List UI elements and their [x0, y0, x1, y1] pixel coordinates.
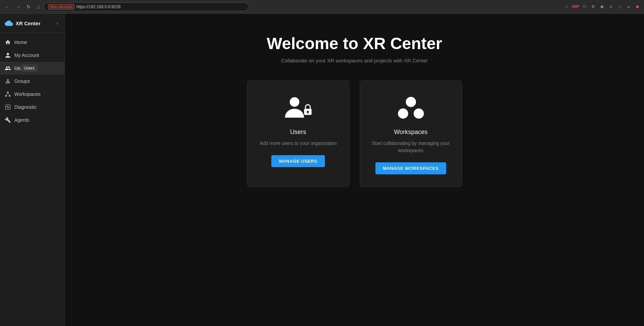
person-icon	[5, 52, 11, 58]
svg-point-10	[406, 97, 416, 107]
users-card-description: Add more users to your organization	[260, 140, 337, 147]
sidebar-title: XR Center	[16, 20, 41, 26]
sidebar: XR Center ‹ Home My Account	[0, 14, 65, 326]
browser-extensions: ☆ ABP 🛡 ⚙ ◉ # □ ≡ ●	[563, 3, 641, 11]
reload-button[interactable]: ↻	[25, 3, 33, 11]
workspaces-card: Workspaces Start collaborating by managi…	[360, 80, 462, 187]
browser-chrome: ← → ↻ ⌂ Non sécurisé https://192.168.0.6…	[0, 0, 644, 14]
svg-point-1	[5, 95, 7, 97]
ext-icon-5[interactable]: ≡	[625, 3, 632, 11]
insecure-badge: Non sécurisé	[48, 4, 74, 10]
shield-icon[interactable]: 🛡	[581, 3, 588, 11]
sidebar-nav: Home My Account Users Users	[0, 33, 65, 326]
url-text: https://192.168.0.6:9228	[76, 4, 120, 9]
sidebar-header: XR Center ‹	[0, 14, 65, 33]
ext-icon-2[interactable]: ◉	[598, 3, 606, 11]
sidebar-item-groups-label: Groups	[14, 78, 30, 84]
sidebar-item-users[interactable]: Users Users	[0, 62, 65, 75]
cards-container: Users Add more users to your organizatio…	[247, 80, 462, 187]
live-indicator: ●	[634, 3, 641, 11]
svg-point-0	[7, 92, 9, 93]
workspaces-card-title: Workspaces	[394, 129, 428, 136]
svg-point-6	[290, 97, 299, 107]
sidebar-item-home[interactable]: Home	[0, 36, 65, 49]
sidebar-item-users-label: Users	[14, 65, 27, 71]
sidebar-item-diagnostic-label: Diagnostic	[14, 104, 37, 110]
home-button[interactable]: ⌂	[35, 3, 42, 11]
users-icon	[5, 65, 11, 71]
sidebar-item-workspaces[interactable]: Workspaces	[0, 88, 65, 101]
sidebar-item-my-account-label: My Account	[14, 53, 39, 58]
back-button[interactable]: ←	[3, 3, 12, 11]
sidebar-item-home-label: Home	[14, 40, 27, 45]
users-card-icon	[283, 94, 314, 122]
ext-icon-3[interactable]: #	[607, 3, 615, 11]
address-bar[interactable]: Non sécurisé https://192.168.0.6:9228	[44, 2, 248, 11]
adblock-icon[interactable]: ABP	[572, 3, 579, 11]
sidebar-item-agents[interactable]: Agents	[0, 114, 65, 127]
welcome-subtitle: Collaborate on your XR workspaces and pr…	[281, 58, 428, 63]
sidebar-item-my-account[interactable]: My Account	[0, 49, 65, 62]
svg-point-2	[9, 95, 11, 97]
diagnostic-icon	[5, 104, 11, 110]
sidebar-collapse-button[interactable]: ‹	[55, 20, 60, 27]
svg-point-12	[414, 108, 424, 119]
workspaces-icon	[5, 91, 11, 97]
ext-icon-4[interactable]: □	[616, 3, 624, 11]
manage-users-button[interactable]: MANAGE USERS	[271, 155, 325, 167]
sidebar-item-agents-label: Agents	[14, 117, 29, 123]
sidebar-item-groups[interactable]: Groups	[0, 75, 65, 88]
forward-button[interactable]: →	[14, 3, 23, 11]
logo-icon	[5, 19, 13, 27]
home-icon	[5, 39, 11, 45]
sidebar-item-workspaces-label: Workspaces	[14, 91, 41, 97]
workspaces-card-icon	[396, 94, 426, 122]
app-layout: XR Center ‹ Home My Account	[0, 14, 644, 326]
users-card: Users Add more users to your organizatio…	[247, 80, 349, 187]
main-content: Welcome to XR Center Collaborate on your…	[65, 14, 644, 326]
svg-rect-9	[307, 112, 308, 114]
bookmark-icon[interactable]: ☆	[563, 3, 570, 11]
agents-icon	[5, 117, 11, 123]
svg-point-11	[398, 108, 408, 119]
sidebar-item-diagnostic[interactable]: Diagnostic	[0, 101, 65, 114]
users-card-title: Users	[290, 129, 306, 136]
groups-icon	[5, 78, 11, 84]
svg-line-4	[8, 93, 10, 95]
ext-icon-1[interactable]: ⚙	[589, 3, 597, 11]
workspaces-card-description: Start collaborating by managing your wor…	[370, 140, 452, 154]
welcome-title: Welcome to XR Center	[267, 34, 442, 53]
sidebar-logo: XR Center	[5, 19, 41, 27]
manage-workspaces-button[interactable]: MANAGE WORKSPACES	[375, 162, 446, 174]
svg-line-3	[6, 93, 8, 95]
